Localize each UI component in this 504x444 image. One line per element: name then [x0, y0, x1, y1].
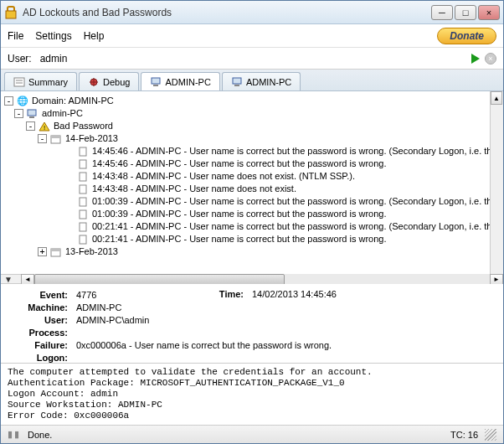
- calendar-icon: [49, 246, 63, 258]
- tc-text: TC: 16: [450, 430, 478, 440]
- tree-event[interactable]: 01:00:39 - ADMIN-PC - User name is corre…: [3, 208, 501, 220]
- user-value: admin: [40, 53, 466, 65]
- tree-event[interactable]: 14:45:46 - ADMIN-PC - User name is corre…: [3, 157, 501, 170]
- warning-icon: !: [38, 121, 51, 132]
- resize-grip[interactable]: [485, 429, 496, 441]
- calendar-icon: [49, 133, 63, 145]
- stop-button[interactable]: ×: [485, 53, 496, 65]
- process-value: [76, 327, 495, 339]
- svg-rect-27: [51, 249, 60, 251]
- status-bar: ▮▮ Done. TC: 16: [1, 425, 503, 443]
- svg-rect-8: [152, 78, 160, 84]
- raw-pane: The computer attempted to validate the c…: [1, 363, 503, 425]
- tab-label: ADMIN-PC: [165, 77, 210, 87]
- tree-computer[interactable]: -admin-PC: [3, 107, 501, 120]
- svg-rect-11: [234, 85, 239, 86]
- tree-event[interactable]: 01:00:39 - ADMIN-PC - User name is corre…: [3, 195, 501, 208]
- doc-icon: [76, 209, 90, 220]
- tab-adminpc-2[interactable]: ADMIN-PC: [222, 72, 301, 90]
- user-value: ADMIN-PC\admin: [76, 314, 495, 327]
- tree-date[interactable]: -14-Feb-2013: [3, 132, 501, 145]
- time-label: Time:: [210, 289, 244, 299]
- user-label: User:: [9, 314, 68, 327]
- raw-line: Logon Account: admin: [8, 389, 496, 400]
- tree-event[interactable]: 14:43:48 - ADMIN-PC - User name does not…: [3, 170, 501, 183]
- failure-label: Failure:: [9, 339, 68, 352]
- svg-rect-20: [80, 173, 86, 181]
- logon-value: [76, 352, 495, 363]
- globe-icon: 🌐: [16, 96, 29, 107]
- svg-rect-9: [153, 85, 158, 86]
- user-label: User:: [8, 53, 32, 65]
- pause-icon[interactable]: ▮▮: [8, 429, 21, 440]
- logon-label: Logon:: [9, 352, 68, 363]
- tab-label: ADMIN-PC: [246, 77, 291, 87]
- run-button[interactable]: [471, 54, 480, 64]
- event-tree: -🌐Domain: ADMIN-PC -admin-PC -!Bad Passw…: [3, 95, 501, 258]
- tree-event[interactable]: 14:43:48 - ADMIN-PC - User name does not…: [3, 183, 501, 195]
- tree-pane[interactable]: -🌐Domain: ADMIN-PC -admin-PC -!Bad Passw…: [1, 91, 503, 274]
- tab-adminpc-1[interactable]: ADMIN-PC: [141, 72, 219, 90]
- user-row: User: admin ×: [1, 48, 503, 70]
- svg-rect-22: [80, 198, 86, 206]
- svg-rect-2: [14, 78, 24, 86]
- app-window: AD Lockouts and Bad Passwords ─ □ × File…: [0, 0, 504, 444]
- svg-rect-1: [6, 11, 16, 18]
- debug-icon: [88, 76, 100, 88]
- titlebar: AD Lockouts and Bad Passwords ─ □ ×: [1, 1, 503, 24]
- computer-icon: [26, 108, 39, 120]
- tree-domain[interactable]: -🌐Domain: ADMIN-PC: [3, 95, 501, 107]
- tree-badpwd[interactable]: -!Bad Password: [3, 120, 501, 132]
- svg-rect-19: [80, 160, 86, 168]
- computer-icon: [231, 76, 243, 88]
- event-label: Event:: [9, 289, 68, 302]
- minimize-button[interactable]: ─: [431, 5, 453, 20]
- svg-rect-10: [233, 78, 241, 84]
- collapse-icon[interactable]: ▼: [4, 275, 13, 284]
- doc-icon: [76, 158, 90, 170]
- failure-value: 0xc000006a - User name is correct but th…: [76, 339, 495, 352]
- menu-settings[interactable]: Settings: [35, 30, 71, 42]
- tab-summary[interactable]: Summary: [4, 72, 77, 90]
- splitter-row: ▼ ◄ ►: [1, 274, 503, 284]
- tree-date[interactable]: +13-Feb-2013: [3, 245, 501, 258]
- doc-icon: [76, 183, 90, 195]
- menu-file[interactable]: File: [8, 30, 23, 42]
- vertical-scrollbar[interactable]: ▲: [490, 91, 503, 274]
- scroll-up-icon[interactable]: ▲: [491, 91, 502, 105]
- doc-icon: [76, 196, 90, 208]
- machine-value: ADMIN-PC: [76, 302, 495, 314]
- raw-line: The computer attempted to validate the c…: [8, 367, 496, 378]
- tab-bar: Summary Debug ADMIN-PC ADMIN-PC: [1, 70, 503, 91]
- doc-icon: [76, 234, 90, 245]
- tree-event[interactable]: 00:21:41 - ADMIN-PC - User name is corre…: [3, 220, 501, 233]
- svg-rect-13: [29, 116, 34, 118]
- menu-help[interactable]: Help: [84, 30, 105, 42]
- svg-rect-24: [80, 223, 86, 231]
- tree-event[interactable]: 14:45:46 - ADMIN-PC - User name is corre…: [3, 145, 501, 157]
- svg-text:!: !: [44, 124, 45, 132]
- doc-icon: [76, 171, 90, 183]
- svg-rect-23: [80, 210, 86, 219]
- maximize-button[interactable]: □: [455, 5, 476, 20]
- summary-icon: [13, 76, 25, 88]
- computer-icon: [150, 76, 162, 88]
- svg-rect-25: [80, 235, 86, 244]
- process-label: Process:: [9, 327, 68, 339]
- window-buttons: ─ □ ×: [431, 5, 500, 20]
- machine-label: Machine:: [9, 302, 68, 314]
- svg-rect-18: [80, 147, 86, 156]
- app-icon: [4, 6, 18, 19]
- svg-rect-17: [51, 136, 60, 138]
- time-value: 14/02/2013 14:45:46: [252, 289, 337, 299]
- donate-button[interactable]: Donate: [437, 28, 496, 44]
- tab-debug[interactable]: Debug: [79, 72, 139, 90]
- menubar: File Settings Help Donate: [1, 24, 503, 48]
- close-button[interactable]: ×: [478, 5, 500, 20]
- raw-line: Authentication Package: MICROSOFT_AUTHEN…: [8, 378, 496, 389]
- tree-event[interactable]: 00:21:41 - ADMIN-PC - User name is corre…: [3, 233, 501, 245]
- doc-icon: [76, 146, 90, 157]
- status-text: Done.: [28, 430, 52, 440]
- svg-rect-21: [80, 185, 86, 194]
- tab-label: Summary: [28, 77, 68, 87]
